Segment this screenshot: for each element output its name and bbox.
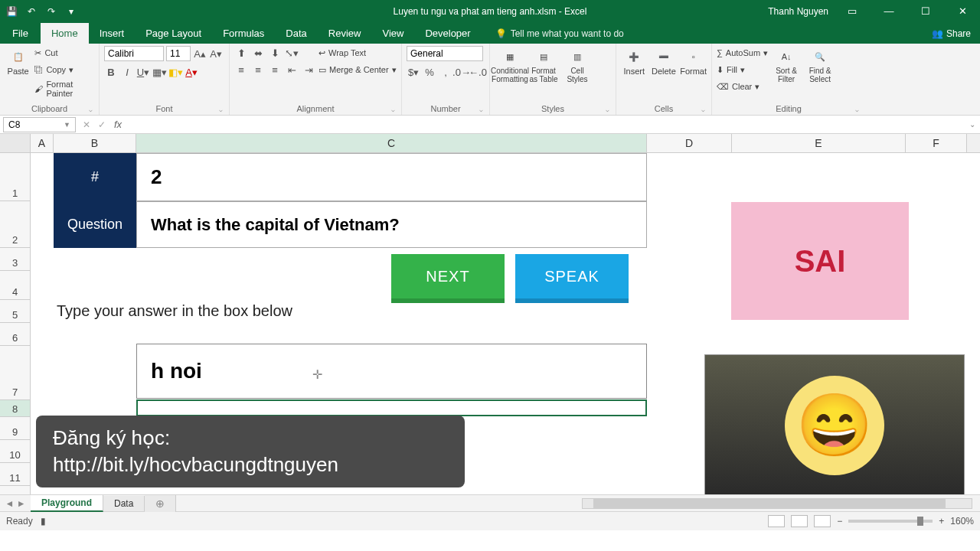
- col-header-d[interactable]: D: [647, 134, 732, 152]
- number-value-cell[interactable]: 2: [136, 153, 647, 201]
- bold-button[interactable]: B: [104, 65, 118, 79]
- underline-button[interactable]: U▾: [136, 65, 150, 79]
- tab-file[interactable]: File: [0, 23, 41, 44]
- col-header-e[interactable]: E: [732, 134, 906, 152]
- active-cell-outline[interactable]: [136, 399, 647, 416]
- tab-view[interactable]: View: [371, 23, 414, 44]
- insert-cells-button[interactable]: ➕Insert: [621, 46, 648, 76]
- next-button[interactable]: NEXT: [391, 254, 505, 303]
- format-as-table-button[interactable]: ▤Format as Table: [528, 46, 559, 83]
- tab-home[interactable]: Home: [41, 23, 89, 44]
- tab-developer[interactable]: Developer: [414, 23, 481, 44]
- autosum-button[interactable]: ∑AutoSum▾: [717, 46, 768, 60]
- row-header-7[interactable]: 7: [0, 346, 30, 400]
- border-button[interactable]: ▦▾: [152, 65, 166, 79]
- horizontal-scrollbar[interactable]: [582, 498, 972, 509]
- row-header-8[interactable]: 8: [0, 400, 30, 417]
- paste-button[interactable]: 📋 Paste: [5, 46, 31, 76]
- align-left-icon[interactable]: ≡: [234, 63, 248, 77]
- save-icon[interactable]: 💾: [6, 6, 17, 17]
- add-sheet-button[interactable]: ⊕: [145, 495, 176, 512]
- wrap-text-button[interactable]: ↩Wrap Text: [318, 46, 397, 60]
- minimize-icon[interactable]: —: [876, 5, 902, 17]
- tab-data[interactable]: Data: [275, 23, 317, 44]
- expand-formula-bar-icon[interactable]: ⌄: [969, 120, 980, 129]
- zoom-slider[interactable]: [848, 520, 933, 523]
- enter-formula-icon[interactable]: ✓: [94, 119, 109, 130]
- row-header-10[interactable]: 10: [0, 440, 30, 463]
- row-header-11[interactable]: 11: [0, 463, 30, 486]
- align-top-icon[interactable]: ⬆: [234, 46, 248, 60]
- italic-button[interactable]: I: [120, 65, 134, 79]
- format-cells-button[interactable]: ▫Format: [680, 46, 707, 76]
- cell-styles-button[interactable]: ▥Cell Styles: [562, 46, 593, 83]
- format-painter-button[interactable]: 🖌Format Painter: [34, 80, 94, 98]
- clear-button[interactable]: ⌫Clear▾: [717, 80, 768, 93]
- row-header-5[interactable]: 5: [0, 300, 30, 323]
- row-header-2[interactable]: 2: [0, 201, 30, 248]
- cancel-formula-icon[interactable]: ✕: [79, 119, 94, 130]
- font-name-select[interactable]: [104, 46, 164, 61]
- page-break-view-button[interactable]: [814, 515, 831, 527]
- conditional-formatting-button[interactable]: ▦Conditional Formatting: [495, 46, 525, 83]
- question-header-cell[interactable]: Question: [54, 201, 136, 248]
- copy-button[interactable]: ⿻Copy▾: [34, 63, 94, 77]
- close-icon[interactable]: ✕: [949, 5, 975, 17]
- increase-font-icon[interactable]: A▴: [193, 47, 207, 60]
- zoom-in-button[interactable]: +: [939, 516, 944, 527]
- row-header-6[interactable]: 6: [0, 323, 30, 346]
- col-header-f[interactable]: F: [906, 134, 967, 152]
- share-button[interactable]: 👥 Share: [923, 24, 980, 44]
- delete-cells-button[interactable]: ➖Delete: [651, 46, 678, 76]
- tab-formulas[interactable]: Formulas: [212, 23, 275, 44]
- font-size-select[interactable]: [166, 46, 191, 61]
- sort-filter-button[interactable]: A↓Sort & Filter: [771, 46, 802, 83]
- align-middle-icon[interactable]: ⬌: [251, 46, 265, 60]
- tab-page-layout[interactable]: Page Layout: [135, 23, 212, 44]
- currency-icon[interactable]: $▾: [407, 65, 420, 79]
- macro-record-icon[interactable]: ▮: [41, 516, 46, 527]
- merge-center-button[interactable]: ▭Merge & Center▾: [318, 63, 397, 77]
- speak-button[interactable]: SPEAK: [515, 254, 629, 303]
- sheet-tab-playground[interactable]: Playground: [31, 495, 103, 512]
- row-header-3[interactable]: 3: [0, 248, 30, 271]
- zoom-out-button[interactable]: −: [837, 516, 842, 527]
- name-box[interactable]: C8▼: [3, 117, 76, 132]
- comma-icon[interactable]: ,: [439, 65, 452, 79]
- align-center-icon[interactable]: ≡: [251, 63, 265, 77]
- spreadsheet-grid[interactable]: A B C D E F 1 2 3 4 5 6 7 8 9 10 11 12 #…: [0, 134, 980, 494]
- find-select-button[interactable]: 🔍Find & Select: [805, 46, 835, 83]
- select-all-corner[interactable]: [0, 134, 31, 152]
- tell-me-search[interactable]: 💡 Tell me what you want to do: [488, 24, 632, 44]
- normal-view-button[interactable]: [768, 515, 785, 527]
- page-layout-view-button[interactable]: [791, 515, 808, 527]
- number-header-cell[interactable]: #: [54, 153, 136, 201]
- answer-input-cell[interactable]: h noi: [136, 344, 647, 399]
- sheet-nav[interactable]: ◄ ►: [0, 498, 31, 509]
- maximize-icon[interactable]: ☐: [913, 5, 939, 17]
- row-header-4[interactable]: 4: [0, 271, 30, 300]
- number-format-select[interactable]: [407, 46, 483, 61]
- row-header-12[interactable]: 12: [0, 486, 30, 494]
- decrease-decimal-icon[interactable]: ←.0: [471, 65, 485, 79]
- indent-increase-icon[interactable]: ⇥: [302, 63, 315, 77]
- indent-decrease-icon[interactable]: ⇤: [285, 63, 299, 77]
- user-name[interactable]: Thanh Nguyen: [768, 6, 828, 17]
- increase-decimal-icon[interactable]: .0→: [455, 65, 469, 79]
- decrease-font-icon[interactable]: A▾: [209, 47, 223, 60]
- row-header-9[interactable]: 9: [0, 417, 30, 440]
- fill-color-button[interactable]: ◧▾: [168, 65, 182, 79]
- cut-button[interactable]: ✂Cut: [34, 46, 94, 60]
- orientation-icon[interactable]: ⤡▾: [285, 46, 299, 60]
- tab-review[interactable]: Review: [318, 23, 372, 44]
- ribbon-options-icon[interactable]: ▭: [839, 5, 865, 17]
- zoom-level[interactable]: 160%: [950, 516, 974, 527]
- tab-insert[interactable]: Insert: [89, 23, 136, 44]
- percent-icon[interactable]: %: [423, 65, 436, 79]
- align-right-icon[interactable]: ≡: [268, 63, 282, 77]
- undo-icon[interactable]: ↶: [26, 6, 37, 17]
- row-header-1[interactable]: 1: [0, 153, 30, 201]
- sheet-tab-data[interactable]: Data: [103, 496, 145, 511]
- align-bottom-icon[interactable]: ⬇: [268, 46, 282, 60]
- col-header-b[interactable]: B: [54, 134, 136, 152]
